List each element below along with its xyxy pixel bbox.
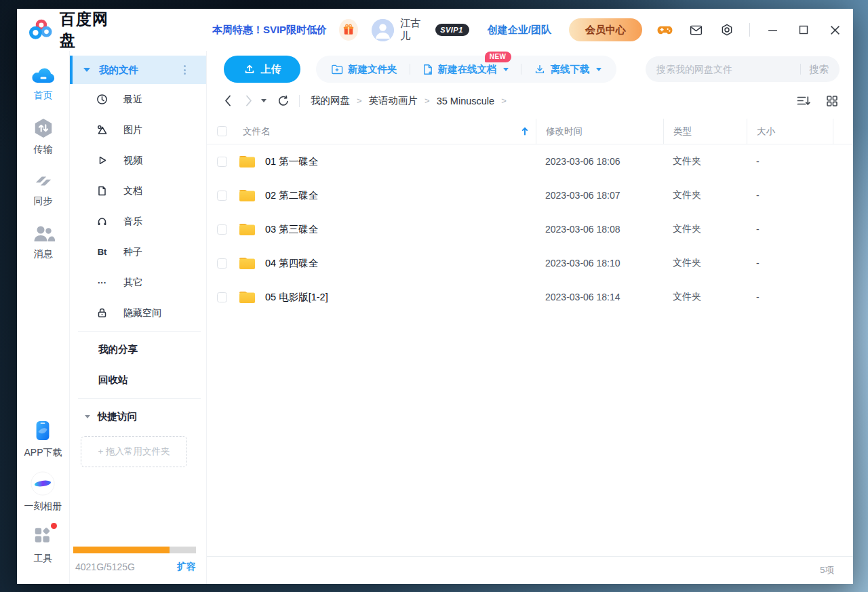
file-type: 文件夹: [663, 189, 747, 201]
sidebar-my-files-label: 我的文件: [99, 64, 138, 77]
member-center-button[interactable]: 会员中心: [569, 18, 642, 41]
sidebar-item-others[interactable]: ··· 其它: [70, 267, 206, 298]
sidebar-item-documents[interactable]: 文档: [70, 176, 206, 206]
minimize-icon[interactable]: [764, 21, 781, 39]
rail-item-sync[interactable]: 同步: [32, 172, 55, 208]
breadcrumb-separator: >: [501, 96, 507, 106]
gamepad-icon[interactable]: [656, 21, 673, 39]
breadcrumb-item[interactable]: 英语动画片: [369, 94, 418, 107]
file-size: -: [747, 258, 833, 269]
mail-icon[interactable]: [687, 21, 705, 39]
document-icon: [96, 185, 108, 197]
svip-badge[interactable]: SVIP1: [435, 24, 469, 36]
bt-icon: Bt: [96, 247, 108, 257]
history-dropdown-icon[interactable]: [261, 99, 267, 102]
close-icon[interactable]: [826, 21, 844, 39]
sidebar-item-quick-access[interactable]: 快捷访问: [70, 401, 206, 432]
file-type: 文件夹: [663, 257, 747, 269]
row-checkbox[interactable]: [217, 292, 227, 302]
rail-item-photo-album[interactable]: 一刻相册: [24, 471, 62, 513]
promo-banner-link[interactable]: 本周特惠！SVIP限时低价: [212, 24, 327, 37]
baidu-netdisk-logo-icon: [28, 18, 54, 41]
file-name[interactable]: 01 第一碟全: [265, 155, 318, 168]
new-folder-button[interactable]: 新建文件夹: [331, 63, 397, 76]
offline-download-button[interactable]: 离线下载: [534, 63, 601, 76]
toolbar: 上传 新建文件夹 NEW: [207, 56, 853, 83]
rail-item-app-download[interactable]: APP下载: [24, 419, 62, 459]
row-checkbox[interactable]: [217, 157, 227, 167]
app-title: 百度网盘: [60, 9, 117, 51]
rail-label-app-download: APP下载: [24, 447, 62, 459]
select-all-checkbox[interactable]: [217, 126, 227, 136]
file-row[interactable]: 04 第四碟全 2023-03-06 18:10 文件夹 -: [207, 246, 853, 280]
create-team-link[interactable]: 创建企业/团队: [488, 24, 551, 37]
file-name[interactable]: 05 电影版[1-2]: [265, 291, 328, 304]
forward-button[interactable]: [245, 95, 252, 106]
search-input[interactable]: [656, 64, 795, 75]
row-checkbox[interactable]: [217, 258, 227, 269]
phone-app-icon: [32, 419, 54, 442]
file-modified-time: 2023-03-06 18:07: [536, 190, 663, 201]
column-header-time[interactable]: 修改时间: [536, 119, 663, 144]
file-row[interactable]: 01 第一碟全 2023-03-06 18:06 文件夹 -: [207, 144, 853, 178]
file-size: -: [747, 224, 833, 235]
column-header-type[interactable]: 类型: [663, 119, 747, 144]
sidebar-item-videos[interactable]: 视频: [70, 145, 206, 176]
back-button[interactable]: [224, 95, 231, 106]
transfer-icon: [32, 117, 55, 139]
sort-order-icon[interactable]: [796, 94, 810, 107]
file-row[interactable]: 03 第三碟全 2023-03-06 18:08 文件夹 -: [207, 212, 853, 246]
user-avatar[interactable]: [372, 19, 394, 41]
column-header-end: [833, 119, 853, 144]
row-checkbox[interactable]: [217, 191, 227, 201]
file-type: 文件夹: [663, 223, 747, 235]
column-header-size[interactable]: 大小: [747, 119, 833, 144]
sidebar-item-torrents[interactable]: Bt 种子: [70, 237, 206, 267]
breadcrumb-separator: >: [357, 96, 362, 106]
grid-view-icon[interactable]: [826, 95, 838, 107]
file-row[interactable]: 02 第二碟全 2023-03-06 18:07 文件夹 -: [207, 178, 853, 212]
upload-button[interactable]: 上传: [224, 56, 300, 83]
rail-item-tools[interactable]: 工具: [33, 525, 53, 565]
sidebar-item-pictures[interactable]: 图片: [70, 115, 206, 145]
sidebar-item-my-files[interactable]: 我的文件: [70, 56, 206, 84]
rail-item-messages[interactable]: 消息: [32, 223, 55, 260]
sidebar-item-hidden-space[interactable]: 隐藏空间: [70, 298, 206, 328]
rail-label-tools: 工具: [33, 553, 52, 565]
sidebar-item-music[interactable]: 音乐: [70, 206, 206, 237]
file-name[interactable]: 04 第四碟全: [265, 257, 318, 270]
new-doc-icon: [422, 64, 433, 75]
chevron-down-icon: [503, 68, 509, 71]
file-modified-time: 2023-03-06 18:08: [536, 224, 663, 235]
refresh-button[interactable]: [277, 95, 290, 107]
sidebar-item-recent[interactable]: 最近: [70, 84, 206, 115]
folder-icon: [238, 154, 256, 169]
file-size: -: [747, 292, 833, 302]
file-name[interactable]: 02 第二碟全: [265, 189, 318, 202]
rail-item-home[interactable]: 首页: [30, 64, 57, 102]
rail-item-transfer[interactable]: 传输: [32, 117, 55, 156]
rail-label-messages: 消息: [34, 248, 53, 260]
sidebar-item-recycle-bin[interactable]: 回收站: [70, 365, 206, 395]
row-checkbox[interactable]: [217, 224, 227, 235]
maximize-icon[interactable]: [795, 21, 812, 39]
username[interactable]: 江古儿: [400, 17, 427, 43]
file-modified-time: 2023-03-06 18:06: [536, 156, 663, 167]
expand-storage-link[interactable]: 扩容: [177, 561, 196, 573]
file-modified-time: 2023-03-06 18:10: [536, 258, 663, 269]
sort-ascending-icon[interactable]: [521, 127, 529, 136]
file-list: 01 第一碟全 2023-03-06 18:06 文件夹 - 02: [207, 144, 853, 314]
search-button[interactable]: 搜索: [809, 63, 829, 76]
column-header-name[interactable]: 文件名: [243, 125, 271, 138]
file-row[interactable]: 05 电影版[1-2] 2023-03-06 18:14 文件夹 -: [207, 280, 853, 314]
status-bar: 5项: [207, 556, 853, 584]
breadcrumb-item[interactable]: 35 Minuscule: [437, 96, 494, 106]
breadcrumb-item[interactable]: 我的网盘: [311, 94, 350, 107]
gift-icon[interactable]: [339, 19, 358, 41]
settings-gear-icon[interactable]: [718, 21, 736, 39]
more-menu-icon[interactable]: [184, 65, 186, 75]
drop-zone[interactable]: + 拖入常用文件夹: [81, 436, 187, 467]
file-name[interactable]: 03 第三碟全: [265, 223, 318, 236]
sidebar-item-my-shares[interactable]: 我的分享: [70, 334, 206, 365]
new-online-doc-button[interactable]: NEW 新建在线文档: [422, 63, 509, 76]
